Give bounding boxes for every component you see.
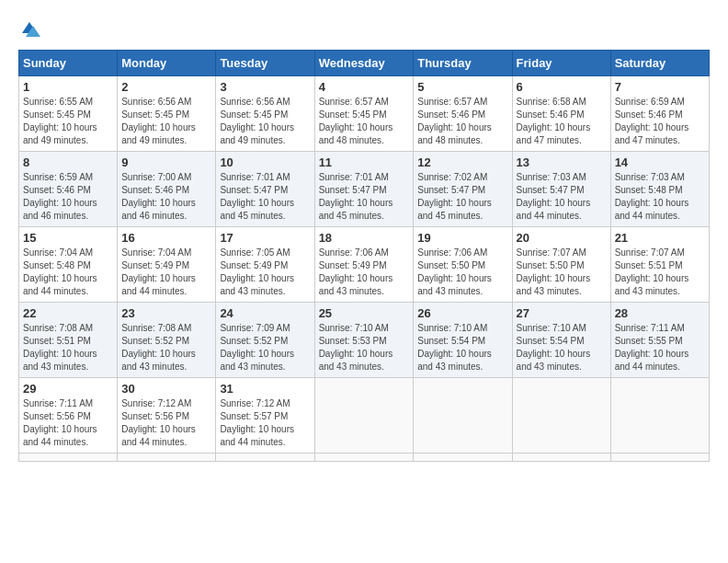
calendar-day-19: 19 Sunrise: 7:06 AM Sunset: 5:50 PM Dayl… bbox=[414, 227, 512, 303]
calendar-day-15: 15 Sunrise: 7:04 AM Sunset: 5:48 PM Dayl… bbox=[19, 227, 118, 303]
day-number: 17 bbox=[220, 231, 310, 245]
day-info: Sunrise: 7:00 AM Sunset: 5:46 PM Dayligh… bbox=[121, 171, 211, 223]
day-number: 22 bbox=[23, 306, 113, 320]
day-info: Sunrise: 7:09 AM Sunset: 5:52 PM Dayligh… bbox=[220, 322, 310, 373]
day-info: Sunrise: 6:57 AM Sunset: 5:46 PM Dayligh… bbox=[417, 96, 507, 147]
calendar-day-12: 12 Sunrise: 7:02 AM Sunset: 5:47 PM Dayl… bbox=[414, 152, 512, 227]
day-number: 25 bbox=[319, 306, 410, 320]
empty-cell bbox=[414, 378, 512, 454]
day-info: Sunrise: 7:07 AM Sunset: 5:50 PM Dayligh… bbox=[517, 247, 607, 298]
day-header-sunday: Sunday bbox=[19, 51, 118, 76]
calendar-header-row: SundayMondayTuesdayWednesdayThursdayFrid… bbox=[19, 51, 710, 76]
calendar-day-7: 7 Sunrise: 6:59 AM Sunset: 5:46 PM Dayli… bbox=[610, 76, 709, 152]
logo-icon bbox=[18, 18, 40, 40]
day-info: Sunrise: 7:11 AM Sunset: 5:56 PM Dayligh… bbox=[23, 397, 113, 449]
day-number: 20 bbox=[517, 231, 607, 245]
day-number: 23 bbox=[121, 306, 211, 320]
calendar-day-16: 16 Sunrise: 7:04 AM Sunset: 5:49 PM Dayl… bbox=[118, 227, 216, 303]
day-number: 19 bbox=[417, 231, 507, 245]
empty-cell bbox=[512, 378, 610, 454]
calendar-day-28: 28 Sunrise: 7:11 AM Sunset: 5:55 PM Dayl… bbox=[610, 303, 709, 378]
calendar-day-10: 10 Sunrise: 7:01 AM Sunset: 5:47 PM Dayl… bbox=[216, 152, 314, 227]
day-info: Sunrise: 7:10 AM Sunset: 5:53 PM Dayligh… bbox=[319, 322, 410, 373]
day-info: Sunrise: 7:12 AM Sunset: 5:57 PM Dayligh… bbox=[220, 397, 310, 449]
empty-cell bbox=[314, 378, 414, 454]
calendar-day-9: 9 Sunrise: 7:00 AM Sunset: 5:46 PM Dayli… bbox=[118, 152, 216, 227]
day-info: Sunrise: 7:08 AM Sunset: 5:51 PM Dayligh… bbox=[23, 322, 113, 373]
day-number: 15 bbox=[23, 231, 113, 245]
calendar-week-6 bbox=[19, 454, 710, 462]
calendar-day-13: 13 Sunrise: 7:03 AM Sunset: 5:47 PM Dayl… bbox=[512, 152, 610, 227]
calendar-day-23: 23 Sunrise: 7:08 AM Sunset: 5:52 PM Dayl… bbox=[118, 303, 216, 378]
day-header-friday: Friday bbox=[512, 51, 610, 76]
day-number: 2 bbox=[121, 80, 211, 94]
day-info: Sunrise: 7:10 AM Sunset: 5:54 PM Dayligh… bbox=[417, 322, 507, 373]
day-number: 1 bbox=[23, 80, 113, 94]
day-number: 31 bbox=[220, 382, 310, 396]
day-info: Sunrise: 6:56 AM Sunset: 5:45 PM Dayligh… bbox=[220, 96, 310, 147]
day-number: 24 bbox=[220, 306, 310, 320]
day-header-tuesday: Tuesday bbox=[216, 51, 314, 76]
day-info: Sunrise: 6:59 AM Sunset: 5:46 PM Dayligh… bbox=[615, 96, 705, 147]
calendar-week-3: 15 Sunrise: 7:04 AM Sunset: 5:48 PM Dayl… bbox=[19, 227, 710, 303]
calendar-day-30: 30 Sunrise: 7:12 AM Sunset: 5:56 PM Dayl… bbox=[118, 378, 216, 454]
day-number: 30 bbox=[121, 382, 211, 396]
day-number: 12 bbox=[417, 155, 507, 169]
calendar-day-22: 22 Sunrise: 7:08 AM Sunset: 5:51 PM Dayl… bbox=[19, 303, 118, 378]
day-header-monday: Monday bbox=[118, 51, 216, 76]
day-number: 5 bbox=[417, 80, 507, 94]
empty-cell bbox=[610, 378, 709, 454]
calendar-day-17: 17 Sunrise: 7:05 AM Sunset: 5:49 PM Dayl… bbox=[216, 227, 314, 303]
calendar-day-25: 25 Sunrise: 7:10 AM Sunset: 5:53 PM Dayl… bbox=[314, 303, 414, 378]
calendar-day-4: 4 Sunrise: 6:57 AM Sunset: 5:45 PM Dayli… bbox=[314, 76, 414, 152]
day-number: 6 bbox=[517, 80, 607, 94]
day-number: 28 bbox=[615, 306, 705, 320]
day-number: 7 bbox=[615, 80, 705, 94]
day-info: Sunrise: 6:57 AM Sunset: 5:45 PM Dayligh… bbox=[319, 96, 410, 147]
day-number: 11 bbox=[319, 155, 410, 169]
empty-cell bbox=[216, 454, 314, 462]
calendar-day-20: 20 Sunrise: 7:07 AM Sunset: 5:50 PM Dayl… bbox=[512, 227, 610, 303]
day-info: Sunrise: 7:01 AM Sunset: 5:47 PM Dayligh… bbox=[220, 171, 310, 223]
day-number: 21 bbox=[615, 231, 705, 245]
page-header bbox=[18, 18, 710, 40]
day-info: Sunrise: 7:10 AM Sunset: 5:54 PM Dayligh… bbox=[517, 322, 607, 373]
calendar-day-8: 8 Sunrise: 6:59 AM Sunset: 5:46 PM Dayli… bbox=[19, 152, 118, 227]
day-number: 10 bbox=[220, 155, 310, 169]
day-info: Sunrise: 7:12 AM Sunset: 5:56 PM Dayligh… bbox=[121, 397, 211, 449]
day-number: 14 bbox=[615, 155, 705, 169]
day-header-wednesday: Wednesday bbox=[314, 51, 414, 76]
calendar-day-24: 24 Sunrise: 7:09 AM Sunset: 5:52 PM Dayl… bbox=[216, 303, 314, 378]
day-info: Sunrise: 7:06 AM Sunset: 5:50 PM Dayligh… bbox=[417, 247, 507, 298]
day-header-thursday: Thursday bbox=[414, 51, 512, 76]
calendar-day-5: 5 Sunrise: 6:57 AM Sunset: 5:46 PM Dayli… bbox=[414, 76, 512, 152]
day-number: 26 bbox=[417, 306, 507, 320]
calendar-day-26: 26 Sunrise: 7:10 AM Sunset: 5:54 PM Dayl… bbox=[414, 303, 512, 378]
day-info: Sunrise: 7:05 AM Sunset: 5:49 PM Dayligh… bbox=[220, 247, 310, 298]
day-info: Sunrise: 7:06 AM Sunset: 5:49 PM Dayligh… bbox=[319, 247, 410, 298]
day-number: 3 bbox=[220, 80, 310, 94]
calendar-day-29: 29 Sunrise: 7:11 AM Sunset: 5:56 PM Dayl… bbox=[19, 378, 118, 454]
day-info: Sunrise: 7:03 AM Sunset: 5:48 PM Dayligh… bbox=[615, 171, 705, 223]
calendar-week-5: 29 Sunrise: 7:11 AM Sunset: 5:56 PM Dayl… bbox=[19, 378, 710, 454]
calendar: SundayMondayTuesdayWednesdayThursdayFrid… bbox=[18, 50, 710, 462]
day-info: Sunrise: 7:01 AM Sunset: 5:47 PM Dayligh… bbox=[319, 171, 410, 223]
calendar-day-11: 11 Sunrise: 7:01 AM Sunset: 5:47 PM Dayl… bbox=[314, 152, 414, 227]
day-info: Sunrise: 7:04 AM Sunset: 5:48 PM Dayligh… bbox=[23, 247, 113, 298]
day-number: 4 bbox=[319, 80, 410, 94]
day-info: Sunrise: 7:07 AM Sunset: 5:51 PM Dayligh… bbox=[615, 247, 705, 298]
empty-cell bbox=[314, 454, 414, 462]
day-number: 27 bbox=[517, 306, 607, 320]
day-info: Sunrise: 6:59 AM Sunset: 5:46 PM Dayligh… bbox=[23, 171, 113, 223]
calendar-day-18: 18 Sunrise: 7:06 AM Sunset: 5:49 PM Dayl… bbox=[314, 227, 414, 303]
day-info: Sunrise: 6:56 AM Sunset: 5:45 PM Dayligh… bbox=[121, 96, 211, 147]
day-header-saturday: Saturday bbox=[610, 51, 709, 76]
calendar-day-1: 1 Sunrise: 6:55 AM Sunset: 5:45 PM Dayli… bbox=[19, 76, 118, 152]
empty-cell bbox=[118, 454, 216, 462]
calendar-day-21: 21 Sunrise: 7:07 AM Sunset: 5:51 PM Dayl… bbox=[610, 227, 709, 303]
day-info: Sunrise: 7:04 AM Sunset: 5:49 PM Dayligh… bbox=[121, 247, 211, 298]
day-number: 18 bbox=[319, 231, 410, 245]
calendar-day-31: 31 Sunrise: 7:12 AM Sunset: 5:57 PM Dayl… bbox=[216, 378, 314, 454]
day-info: Sunrise: 7:08 AM Sunset: 5:52 PM Dayligh… bbox=[121, 322, 211, 373]
day-number: 29 bbox=[23, 382, 113, 396]
